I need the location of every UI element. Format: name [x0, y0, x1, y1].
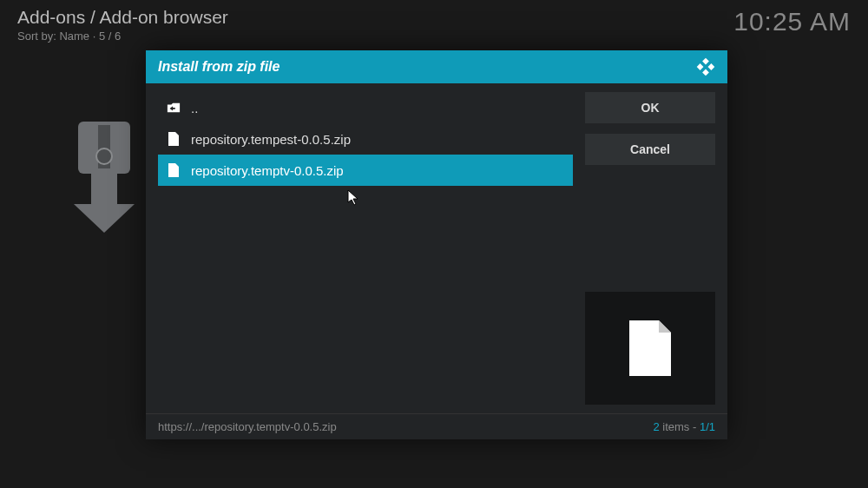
parent-folder-row[interactable]: ..: [158, 92, 573, 123]
dialog-titlebar: Install from zip file: [146, 50, 727, 83]
kodi-logo-icon: [696, 57, 715, 76]
file-icon: [167, 163, 181, 177]
file-list[interactable]: .. repository.tempest-0.0.5.zip reposito…: [158, 92, 573, 413]
folder-up-icon: [167, 101, 181, 115]
dialog-right-column: OK Cancel: [585, 92, 715, 413]
cancel-button[interactable]: Cancel: [585, 134, 715, 165]
sort-label: Sort by: Name: [17, 30, 89, 43]
file-row[interactable]: repository.tempest-0.0.5.zip: [158, 123, 573, 155]
preview-pane: [585, 292, 715, 405]
dialog-title-text: Install from zip file: [158, 59, 279, 75]
footer-path: https://.../repository.temptv-0.0.5.zip: [158, 420, 337, 433]
clock: 10:25 AM: [733, 7, 851, 36]
file-name: repository.tempest-0.0.5.zip: [191, 132, 351, 147]
footer-count: 2 items - 1/1: [653, 420, 715, 433]
document-preview-icon: [628, 319, 673, 378]
dialog-footer: https://.../repository.temptv-0.0.5.zip …: [146, 413, 727, 439]
svg-point-2: [96, 148, 112, 164]
file-icon: [167, 132, 181, 146]
top-header: Add-ons / Add-on browser Sort by: Name ·…: [17, 7, 851, 43]
breadcrumb-area: Add-ons / Add-on browser Sort by: Name ·…: [17, 7, 228, 43]
breadcrumb: Add-ons / Add-on browser: [17, 7, 228, 28]
svg-rect-3: [702, 58, 709, 65]
install-dialog: Install from zip file .. reposito: [146, 50, 727, 439]
footer-page: 1/1: [700, 420, 715, 433]
file-name: repository.temptv-0.0.5.zip: [191, 163, 344, 178]
sort-line: Sort by: Name · 5 / 6: [17, 30, 228, 43]
svg-rect-6: [702, 69, 709, 76]
sort-count: 5 / 6: [99, 30, 121, 43]
svg-rect-5: [708, 63, 715, 70]
footer-count-value: 2: [653, 420, 659, 433]
footer-count-label: items -: [660, 420, 700, 433]
svg-rect-4: [697, 63, 704, 70]
zip-package-icon: [74, 122, 143, 234]
parent-folder-label: ..: [191, 101, 198, 115]
file-row[interactable]: repository.temptv-0.0.5.zip: [158, 155, 573, 186]
ok-button[interactable]: OK: [585, 92, 715, 123]
dialog-body: .. repository.tempest-0.0.5.zip reposito…: [146, 83, 727, 413]
